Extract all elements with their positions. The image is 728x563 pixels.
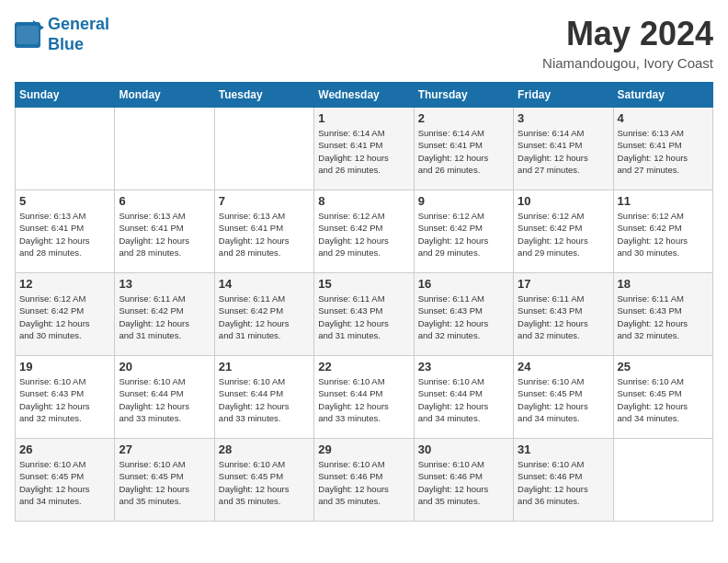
calendar-cell: 8Sunrise: 6:12 AM Sunset: 6:42 PM Daylig… [314, 190, 414, 273]
day-info: Sunrise: 6:11 AM Sunset: 6:42 PM Dayligh… [219, 293, 310, 341]
day-info: Sunrise: 6:13 AM Sunset: 6:41 PM Dayligh… [618, 127, 709, 176]
logo-line1: General [48, 15, 109, 33]
calendar-table: Sunday Monday Tuesday Wednesday Thursday… [15, 82, 713, 522]
day-number: 17 [518, 277, 609, 291]
day-info: Sunrise: 6:11 AM Sunset: 6:43 PM Dayligh… [518, 293, 609, 341]
day-number: 27 [119, 442, 210, 456]
calendar-cell: 23Sunrise: 6:10 AM Sunset: 6:44 PM Dayli… [414, 356, 513, 439]
calendar-cell: 20Sunrise: 6:10 AM Sunset: 6:44 PM Dayli… [115, 356, 214, 439]
header-friday: Friday [514, 83, 613, 108]
calendar-cell [613, 439, 712, 522]
calendar-cell: 25Sunrise: 6:10 AM Sunset: 6:45 PM Dayli… [613, 356, 712, 439]
day-number: 26 [19, 442, 110, 456]
calendar-cell: 30Sunrise: 6:10 AM Sunset: 6:46 PM Dayli… [414, 439, 513, 522]
calendar-cell: 9Sunrise: 6:12 AM Sunset: 6:42 PM Daylig… [414, 190, 513, 273]
logo-line2: Blue [48, 35, 84, 53]
page-header: General Blue May 2024 Niamandougou, Ivor… [15, 15, 713, 71]
month-title: May 2024 [542, 15, 713, 53]
day-number: 4 [618, 111, 709, 125]
day-info: Sunrise: 6:10 AM Sunset: 6:45 PM Dayligh… [618, 375, 709, 424]
day-number: 11 [618, 194, 709, 208]
day-info: Sunrise: 6:11 AM Sunset: 6:42 PM Dayligh… [119, 293, 210, 341]
week-row-5: 26Sunrise: 6:10 AM Sunset: 6:45 PM Dayli… [16, 439, 713, 522]
day-info: Sunrise: 6:10 AM Sunset: 6:44 PM Dayligh… [219, 375, 310, 424]
day-number: 2 [418, 111, 509, 125]
day-info: Sunrise: 6:10 AM Sunset: 6:44 PM Dayligh… [318, 375, 409, 424]
calendar-cell: 19Sunrise: 6:10 AM Sunset: 6:43 PM Dayli… [16, 356, 115, 439]
day-number: 16 [418, 277, 509, 291]
day-info: Sunrise: 6:10 AM Sunset: 6:45 PM Dayligh… [19, 458, 110, 507]
calendar-cell: 11Sunrise: 6:12 AM Sunset: 6:42 PM Dayli… [613, 190, 712, 273]
day-info: Sunrise: 6:10 AM Sunset: 6:43 PM Dayligh… [19, 375, 110, 424]
day-info: Sunrise: 6:12 AM Sunset: 6:42 PM Dayligh… [19, 293, 110, 341]
calendar-cell: 28Sunrise: 6:10 AM Sunset: 6:45 PM Dayli… [214, 439, 313, 522]
day-number: 18 [618, 277, 709, 291]
calendar-cell: 17Sunrise: 6:11 AM Sunset: 6:43 PM Dayli… [514, 273, 613, 356]
logo-icon [15, 18, 44, 52]
calendar-cell: 13Sunrise: 6:11 AM Sunset: 6:42 PM Dayli… [115, 273, 214, 356]
day-info: Sunrise: 6:10 AM Sunset: 6:45 PM Dayligh… [219, 458, 310, 507]
calendar-body: 1Sunrise: 6:14 AM Sunset: 6:41 PM Daylig… [16, 108, 713, 522]
calendar-cell [214, 108, 313, 190]
day-number: 29 [318, 442, 409, 456]
calendar-header: Sunday Monday Tuesday Wednesday Thursday… [16, 83, 713, 108]
calendar-cell: 3Sunrise: 6:14 AM Sunset: 6:41 PM Daylig… [514, 108, 613, 190]
calendar-cell: 15Sunrise: 6:11 AM Sunset: 6:43 PM Dayli… [314, 273, 414, 356]
header-saturday: Saturday [613, 83, 712, 108]
day-info: Sunrise: 6:10 AM Sunset: 6:46 PM Dayligh… [418, 458, 509, 507]
calendar-cell: 16Sunrise: 6:11 AM Sunset: 6:43 PM Dayli… [414, 273, 513, 356]
day-number: 7 [219, 194, 310, 208]
day-number: 25 [618, 360, 709, 373]
logo: General Blue [15, 15, 109, 54]
day-number: 30 [418, 442, 509, 456]
calendar-cell: 6Sunrise: 6:13 AM Sunset: 6:41 PM Daylig… [115, 190, 214, 273]
day-number: 31 [518, 442, 609, 456]
day-number: 13 [119, 277, 210, 291]
calendar-cell: 18Sunrise: 6:11 AM Sunset: 6:43 PM Dayli… [613, 273, 712, 356]
header-wednesday: Wednesday [314, 83, 414, 108]
day-info: Sunrise: 6:11 AM Sunset: 6:43 PM Dayligh… [618, 293, 709, 341]
calendar-cell: 29Sunrise: 6:10 AM Sunset: 6:46 PM Dayli… [314, 439, 414, 522]
day-info: Sunrise: 6:11 AM Sunset: 6:43 PM Dayligh… [418, 293, 509, 341]
day-number: 8 [318, 194, 409, 208]
day-number: 28 [219, 442, 310, 456]
day-info: Sunrise: 6:13 AM Sunset: 6:41 PM Dayligh… [119, 210, 210, 259]
day-info: Sunrise: 6:13 AM Sunset: 6:41 PM Dayligh… [219, 210, 310, 259]
day-info: Sunrise: 6:10 AM Sunset: 6:45 PM Dayligh… [518, 375, 609, 424]
day-info: Sunrise: 6:10 AM Sunset: 6:46 PM Dayligh… [518, 458, 609, 507]
day-number: 15 [318, 277, 409, 291]
calendar-cell: 2Sunrise: 6:14 AM Sunset: 6:41 PM Daylig… [414, 108, 513, 190]
header-thursday: Thursday [414, 83, 513, 108]
header-monday: Monday [115, 83, 214, 108]
calendar-cell: 26Sunrise: 6:10 AM Sunset: 6:45 PM Dayli… [16, 439, 115, 522]
day-info: Sunrise: 6:10 AM Sunset: 6:45 PM Dayligh… [119, 458, 210, 507]
calendar-cell: 24Sunrise: 6:10 AM Sunset: 6:45 PM Dayli… [514, 356, 613, 439]
week-row-4: 19Sunrise: 6:10 AM Sunset: 6:43 PM Dayli… [16, 356, 713, 439]
header-tuesday: Tuesday [214, 83, 313, 108]
header-sunday: Sunday [16, 83, 115, 108]
day-number: 14 [219, 277, 310, 291]
day-info: Sunrise: 6:10 AM Sunset: 6:44 PM Dayligh… [119, 375, 210, 424]
calendar-cell: 12Sunrise: 6:12 AM Sunset: 6:42 PM Dayli… [16, 273, 115, 356]
svg-rect-2 [17, 26, 39, 44]
day-number: 3 [518, 111, 609, 125]
calendar-cell: 7Sunrise: 6:13 AM Sunset: 6:41 PM Daylig… [214, 190, 313, 273]
day-info: Sunrise: 6:12 AM Sunset: 6:42 PM Dayligh… [318, 210, 409, 259]
day-number: 19 [19, 360, 110, 373]
day-info: Sunrise: 6:10 AM Sunset: 6:46 PM Dayligh… [318, 458, 409, 507]
day-number: 23 [418, 360, 509, 373]
day-number: 24 [518, 360, 609, 373]
day-number: 1 [318, 111, 409, 125]
calendar-cell [115, 108, 214, 190]
calendar-cell: 22Sunrise: 6:10 AM Sunset: 6:44 PM Dayli… [314, 356, 414, 439]
calendar-cell: 31Sunrise: 6:10 AM Sunset: 6:46 PM Dayli… [514, 439, 613, 522]
day-info: Sunrise: 6:14 AM Sunset: 6:41 PM Dayligh… [518, 127, 609, 176]
week-row-3: 12Sunrise: 6:12 AM Sunset: 6:42 PM Dayli… [16, 273, 713, 356]
day-info: Sunrise: 6:12 AM Sunset: 6:42 PM Dayligh… [418, 210, 509, 259]
calendar-cell: 1Sunrise: 6:14 AM Sunset: 6:41 PM Daylig… [314, 108, 414, 190]
day-info: Sunrise: 6:12 AM Sunset: 6:42 PM Dayligh… [618, 210, 709, 259]
day-number: 5 [19, 194, 110, 208]
calendar-cell: 4Sunrise: 6:13 AM Sunset: 6:41 PM Daylig… [613, 108, 712, 190]
calendar-cell [16, 108, 115, 190]
day-info: Sunrise: 6:13 AM Sunset: 6:41 PM Dayligh… [19, 210, 110, 259]
